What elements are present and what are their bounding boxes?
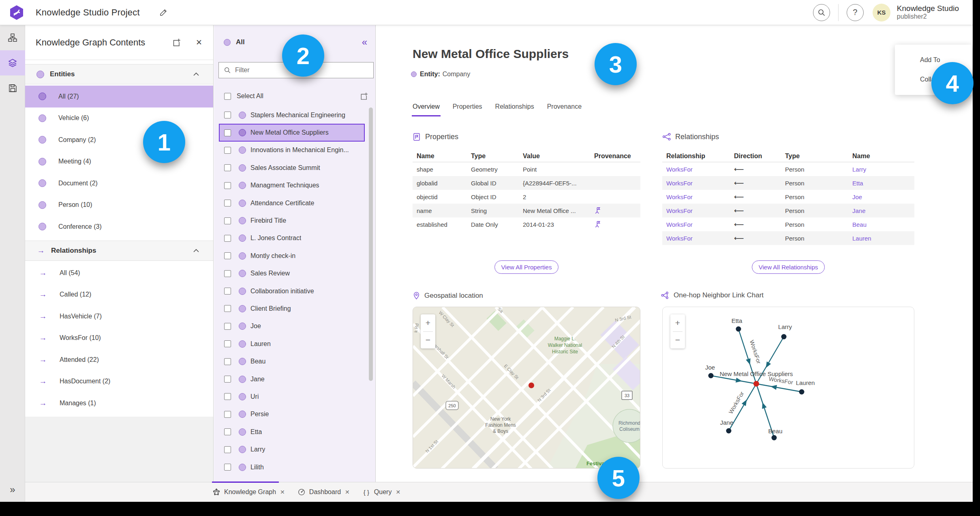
entity-type-item[interactable]: Conference (3) <box>25 216 213 238</box>
data-model-rail-button[interactable] <box>0 25 25 50</box>
zoom-out-button[interactable]: − <box>421 332 435 349</box>
zoom-in-button[interactable]: + <box>670 314 685 331</box>
view-all-properties-button[interactable]: View All Properties <box>494 260 559 274</box>
provenance-flag-icon[interactable] <box>594 221 601 228</box>
filter-input[interactable] <box>235 67 373 74</box>
close-tab-icon[interactable]: ✕ <box>280 489 285 495</box>
select-all-checkbox[interactable] <box>224 93 231 100</box>
related-entity-link[interactable]: Jane <box>848 207 909 214</box>
relationship-type-item[interactable]: → HasDocument (2) <box>25 371 213 393</box>
entity-list-item[interactable]: Sales Review <box>214 265 370 282</box>
contents-rail-button[interactable] <box>0 50 25 75</box>
relationship-type-item[interactable]: → Attended (22) <box>25 349 213 371</box>
related-entity-link[interactable]: Etta <box>848 180 909 187</box>
add-to-map-button[interactable] <box>169 36 183 49</box>
item-checkbox[interactable] <box>224 464 231 471</box>
relationship-link[interactable]: WorksFor <box>662 180 730 187</box>
item-checkbox[interactable] <box>224 270 231 277</box>
overflow-menu-item[interactable]: Add To <box>895 50 972 70</box>
entity-list-item[interactable]: Client Briefing <box>214 300 370 317</box>
provenance-flag-icon[interactable] <box>594 207 601 214</box>
entity-list-item[interactable]: Innovations in Mechanical Engin... <box>214 142 370 159</box>
item-checkbox[interactable] <box>224 358 231 365</box>
item-checkbox[interactable] <box>224 164 231 171</box>
entity-list-item[interactable]: Collaboration initiative <box>214 282 370 300</box>
tab-dashboard[interactable]: Dashboard ✕ <box>297 488 350 496</box>
relationship-type-item[interactable]: → All (54) <box>25 262 213 284</box>
zoom-in-button[interactable]: + <box>421 314 435 331</box>
entity-list-item[interactable]: Firebird Title <box>214 212 370 229</box>
entity-type-item[interactable]: Vehicle (6) <box>25 108 213 129</box>
item-checkbox[interactable] <box>224 112 231 118</box>
item-checkbox[interactable] <box>224 411 231 418</box>
entity-type-item[interactable]: Company (2) <box>25 129 213 151</box>
entity-list-item[interactable]: Attendance Certificate <box>214 194 370 212</box>
relationship-link[interactable]: WorksFor <box>662 235 730 242</box>
detail-tab[interactable]: Provenance <box>546 103 582 116</box>
item-checkbox[interactable] <box>224 182 231 189</box>
close-tab-icon[interactable]: ✕ <box>345 489 350 495</box>
item-checkbox[interactable] <box>224 129 231 136</box>
entity-list-item[interactable]: Etta <box>214 423 370 441</box>
entity-list-item[interactable]: L. Jones Contract <box>214 230 370 247</box>
add-selection-to-map-button[interactable] <box>357 89 370 103</box>
related-entity-link[interactable]: Larry <box>848 166 909 173</box>
search-button[interactable] <box>813 4 830 21</box>
tab-knowledge-graph[interactable]: Knowledge Graph ✕ <box>212 488 285 496</box>
edit-title-icon[interactable] <box>158 6 171 19</box>
relationship-type-item[interactable]: → HasVehicle (7) <box>25 305 213 327</box>
item-checkbox[interactable] <box>224 147 231 154</box>
entity-list-item[interactable]: Sales Associate Summit <box>214 159 370 176</box>
one-hop-link-chart[interactable]: WorksFor WorksFor WorksFor Etta Larry J <box>662 307 914 469</box>
entity-type-item[interactable]: Document (2) <box>25 172 213 194</box>
item-checkbox[interactable] <box>224 323 231 330</box>
entity-type-item[interactable]: Person (10) <box>25 194 213 216</box>
view-all-relationships-button[interactable]: View All Relationships <box>752 260 825 274</box>
item-checkbox[interactable] <box>224 446 231 453</box>
entity-list-item[interactable]: Lauren <box>214 335 370 353</box>
detail-tab[interactable]: Relationships <box>494 103 535 116</box>
item-checkbox[interactable] <box>224 288 231 295</box>
entity-list-item[interactable]: Joe <box>214 318 370 335</box>
overflow-menu-item[interactable]: Colla <box>895 70 972 89</box>
help-button[interactable]: ? <box>847 4 864 21</box>
item-checkbox[interactable] <box>224 200 231 206</box>
entity-list-item[interactable]: New Metal Office Suppliers <box>219 124 365 141</box>
detail-tab[interactable]: Overview <box>412 103 441 116</box>
collapse-panel-button[interactable]: « <box>362 37 367 47</box>
detail-tab[interactable]: Properties <box>452 103 483 116</box>
user-info[interactable]: Knowledge Studio publisher2 <box>897 4 959 20</box>
knowledge-studio-logo-icon[interactable] <box>9 5 24 20</box>
entity-list-item[interactable]: Staplers Mechanical Engineering <box>214 106 370 124</box>
avatar[interactable]: KS <box>873 4 890 22</box>
entity-type-item[interactable]: Meeting (4) <box>25 151 213 173</box>
entity-list-item[interactable]: Beau <box>214 353 370 370</box>
entity-list-item[interactable]: Jane <box>214 370 370 388</box>
list-scrollbar[interactable] <box>369 108 373 381</box>
entity-list-item[interactable]: Larry <box>214 441 370 458</box>
relationship-link[interactable]: WorksFor <box>662 166 730 173</box>
relationship-link[interactable]: WorksFor <box>662 221 730 228</box>
save-rail-button[interactable] <box>0 75 25 101</box>
expand-rail-button[interactable]: » <box>0 482 25 498</box>
entity-type-item[interactable]: All (27) <box>25 86 213 108</box>
item-checkbox[interactable] <box>224 252 231 259</box>
close-panel-button[interactable]: ✕ <box>192 36 206 49</box>
geospatial-map[interactable]: k Rd W Clay St Sa N 3rd St Maggie L. Wal… <box>413 307 640 469</box>
item-checkbox[interactable] <box>224 428 231 435</box>
item-checkbox[interactable] <box>224 305 231 312</box>
relationship-link[interactable]: WorksFor <box>662 194 730 200</box>
item-checkbox[interactable] <box>224 217 231 224</box>
related-entity-link[interactable]: Joe <box>848 194 909 200</box>
relationship-type-item[interactable]: → Manages (1) <box>25 392 213 414</box>
item-checkbox[interactable] <box>224 340 231 347</box>
relationship-type-item[interactable]: → WorksFor (10) <box>25 327 213 349</box>
tab-query[interactable]: { } Query ✕ <box>362 488 400 496</box>
entity-list-item[interactable]: Persie <box>214 406 370 423</box>
related-entity-link[interactable]: Beau <box>848 221 909 228</box>
entities-section-header[interactable]: Entities <box>25 64 213 84</box>
item-checkbox[interactable] <box>224 235 231 242</box>
close-tab-icon[interactable]: ✕ <box>396 489 400 495</box>
entity-list-item[interactable]: Lilith <box>214 458 370 476</box>
related-entity-link[interactable]: Lauren <box>848 235 909 242</box>
